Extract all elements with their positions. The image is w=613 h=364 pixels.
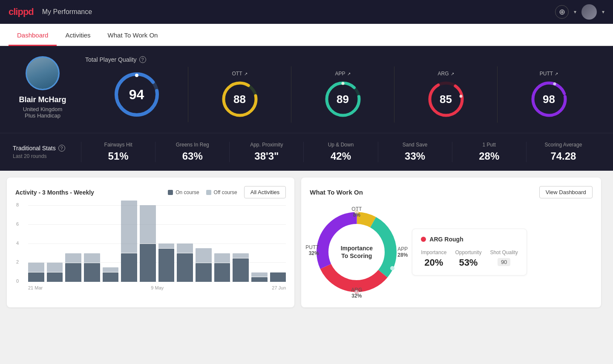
avatar[interactable] bbox=[581, 4, 597, 20]
legend-on-dot bbox=[168, 190, 173, 195]
stat-sandsave-label: Sand Save bbox=[383, 142, 448, 148]
donut-chart: Importance To Scoring OTT 8% APP 28% ARG… bbox=[310, 205, 403, 299]
detail-opportunity-value: 53% bbox=[455, 257, 481, 268]
x-label-mar: 21 Mar bbox=[28, 285, 43, 290]
bar-on-seg bbox=[233, 258, 249, 282]
bar-group-2 bbox=[65, 253, 81, 282]
plus-circle-icon: ⊕ bbox=[559, 7, 565, 17]
stat-gir-value: 63% bbox=[160, 150, 225, 162]
bar-on-seg bbox=[103, 272, 119, 282]
stat-1putt: 1 Putt 28% bbox=[452, 142, 526, 162]
bar-off-seg bbox=[196, 248, 212, 262]
stat-1putt-value: 28% bbox=[457, 150, 522, 162]
detail-shotquality-label: Shot Quality bbox=[490, 249, 518, 255]
ott-score-value: 88 bbox=[233, 93, 246, 106]
chart-title: Activity - 3 Months - Weekly bbox=[15, 189, 94, 196]
bar-off-seg bbox=[177, 244, 193, 253]
wtwo-header: What To Work On View Dashboard bbox=[310, 186, 593, 198]
legend-off-label: Off course bbox=[214, 189, 237, 195]
svg-point-2 bbox=[135, 74, 138, 77]
seg-label-arg: ARG 32% bbox=[351, 287, 362, 299]
bar-on-seg bbox=[251, 277, 268, 282]
add-button[interactable]: ⊕ bbox=[555, 5, 569, 19]
bar-off-seg bbox=[28, 263, 44, 272]
ott-label: OTT ↗ bbox=[232, 71, 248, 77]
main-score: 94 bbox=[85, 67, 188, 122]
wtwo-title: What To Work On bbox=[310, 189, 363, 196]
main-gauge: 94 bbox=[113, 71, 160, 118]
putt-label: PUTT ↗ bbox=[540, 71, 558, 77]
scores-row: 94 OTT ↗ 88 bbox=[85, 66, 600, 123]
tpq-label: Total Player Quality ? bbox=[85, 56, 600, 63]
seg-label-putt: PUTT 32% bbox=[305, 244, 319, 256]
detail-dot bbox=[421, 237, 426, 242]
stat-updown-label: Up & Down bbox=[308, 142, 373, 148]
bar-group-7 bbox=[158, 244, 175, 282]
tpq-help-icon[interactable]: ? bbox=[139, 56, 146, 63]
stat-scoring-label: Scoring Average bbox=[531, 142, 596, 148]
stat-proximity: App. Proximity 38'3" bbox=[229, 142, 303, 162]
player-country: United Kingdom bbox=[23, 106, 63, 112]
bar-on-seg bbox=[214, 263, 230, 282]
bar-on-seg bbox=[196, 263, 212, 282]
donut-center-label: Importance To Scoring bbox=[341, 244, 373, 260]
putt-arrow-icon: ↗ bbox=[555, 72, 558, 76]
what-to-work-on-panel: What To Work On View Dashboard bbox=[301, 178, 601, 307]
bar-group-9 bbox=[196, 248, 212, 282]
trad-stats-help-icon[interactable]: ? bbox=[58, 145, 65, 152]
x-labels: 21 Mar 9 May 27 Jun bbox=[28, 285, 286, 290]
view-dashboard-button[interactable]: View Dashboard bbox=[539, 186, 593, 198]
tab-dashboard[interactable]: Dashboard bbox=[9, 24, 57, 46]
arg-score-value: 85 bbox=[440, 93, 452, 106]
bar-off-seg bbox=[233, 253, 249, 258]
scores-section: Total Player Quality ? 94 bbox=[85, 56, 600, 123]
bar-on-seg bbox=[65, 263, 81, 282]
bar-group-1 bbox=[47, 263, 63, 282]
bar-off-seg bbox=[121, 201, 137, 253]
putt-score: PUTT ↗ 98 bbox=[498, 66, 600, 123]
seg-label-app: APP 28% bbox=[397, 246, 408, 258]
detail-opportunity-label: Opportunity bbox=[455, 249, 481, 255]
bar-on-seg bbox=[158, 249, 175, 282]
detail-importance: Importance 20% bbox=[421, 249, 446, 268]
stat-sandsave-value: 33% bbox=[383, 150, 448, 162]
detail-shotquality-badge: 90 bbox=[498, 258, 510, 266]
player-scores-panel: Blair McHarg United Kingdom Plus Handica… bbox=[0, 46, 613, 133]
detail-card-title: ARG Rough bbox=[421, 236, 518, 243]
stat-sandsave: Sand Save 33% bbox=[378, 142, 452, 162]
tab-what-to-work-on[interactable]: What To Work On bbox=[99, 24, 167, 46]
activity-chart-panel: Activity - 3 Months - Weekly On course O… bbox=[7, 178, 294, 307]
putt-score-value: 98 bbox=[543, 93, 555, 106]
stat-gir-label: Greens In Reg bbox=[160, 142, 225, 148]
stat-proximity-label: App. Proximity bbox=[234, 142, 299, 148]
bottom-panels: Activity - 3 Months - Weekly On course O… bbox=[0, 171, 613, 314]
bar-on-seg bbox=[47, 272, 63, 282]
stat-gir: Greens In Reg 63% bbox=[155, 142, 229, 162]
stat-fairways-label: Fairways Hit bbox=[86, 142, 151, 148]
stat-1putt-label: 1 Putt bbox=[457, 142, 522, 148]
legend-on-course: On course bbox=[168, 189, 199, 195]
seg-label-ott: OTT 8% bbox=[351, 206, 362, 218]
player-avatar-ring bbox=[26, 56, 60, 90]
player-name: Blair McHarg bbox=[19, 95, 66, 104]
ott-arrow-icon: ↗ bbox=[244, 72, 248, 76]
svg-point-10 bbox=[459, 95, 462, 98]
chart-header: Activity - 3 Months - Weekly On course O… bbox=[15, 186, 286, 198]
chevron-down-icon: ▾ bbox=[574, 9, 576, 15]
svg-point-13 bbox=[553, 83, 556, 86]
tab-activities[interactable]: Activities bbox=[57, 24, 99, 46]
legend-off-course: Off course bbox=[206, 189, 237, 195]
all-activities-button[interactable]: All Activities bbox=[244, 186, 286, 198]
detail-metrics: Importance 20% Opportunity 53% Shot Qual… bbox=[421, 249, 518, 268]
bar-off-seg bbox=[103, 267, 119, 272]
ott-score: OTT ↗ 88 bbox=[188, 66, 291, 123]
nav-tabs: Dashboard Activities What To Work On bbox=[0, 24, 613, 46]
trad-stats-title: Traditional Stats ? bbox=[13, 145, 81, 152]
bars-container bbox=[28, 205, 286, 282]
chart-area: 8 6 4 2 0 21 Mar 9 May 27 Jun bbox=[15, 205, 286, 290]
x-label-may: 9 May bbox=[151, 285, 164, 290]
bar-group-6 bbox=[140, 205, 156, 282]
wtwo-content: Importance To Scoring OTT 8% APP 28% ARG… bbox=[310, 205, 593, 299]
bar-on-seg bbox=[28, 272, 44, 282]
app-score: APP ↗ 89 bbox=[291, 66, 394, 123]
